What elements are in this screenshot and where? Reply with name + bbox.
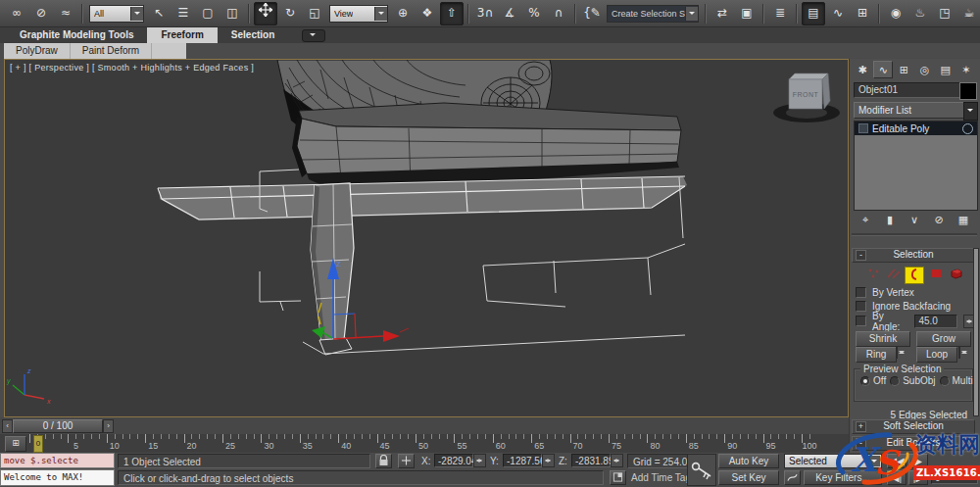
loop-button[interactable]: Loop — [916, 347, 957, 363]
select-and-manipulate-icon[interactable]: ❖ — [416, 2, 439, 25]
select-and-move-icon[interactable] — [254, 2, 277, 25]
dropdown-arrow-icon[interactable] — [685, 7, 698, 21]
schematic-view-icon[interactable]: ⊞ — [851, 2, 874, 25]
tab-motion[interactable]: ◎ — [915, 61, 935, 78]
next-frame-arrow-icon[interactable]: › — [103, 419, 114, 433]
x-coord-spinner[interactable] — [473, 454, 486, 467]
tab-freeform[interactable]: Freeform — [147, 27, 217, 43]
tab-polydraw[interactable]: PolyDraw — [4, 43, 71, 59]
modifier-list-arrow-icon[interactable] — [963, 102, 978, 121]
spinner-snap-toggle-icon[interactable]: ∩ — [547, 2, 570, 25]
align-icon[interactable]: ▣ — [735, 2, 759, 25]
window-crossing-toggle-icon[interactable]: ◫ — [220, 2, 244, 25]
make-unique-icon[interactable]: ∨ — [905, 212, 924, 228]
lightbulb-icon[interactable] — [962, 123, 973, 134]
layer-manager-icon[interactable]: ≣ — [768, 2, 792, 25]
edge-subobject-icon[interactable] — [885, 267, 903, 282]
select-and-link-icon[interactable]: ∞ — [5, 2, 28, 25]
set-key-button[interactable]: Set Key — [718, 470, 779, 485]
tab-display[interactable]: ▤ — [936, 61, 956, 78]
pin-stack-icon[interactable]: ⌖ — [856, 212, 875, 228]
loop-spinner[interactable] — [958, 346, 960, 359]
bind-to-space-warp-icon[interactable]: ≈ — [54, 2, 77, 25]
maxscript-mini-listener-macro[interactable]: move $.selecte — [0, 453, 115, 468]
x-coord-field[interactable]: -2829.048 — [434, 454, 473, 467]
object-color-swatch[interactable] — [959, 82, 977, 100]
element-subobject-icon[interactable] — [948, 267, 965, 282]
viewport-label[interactable]: [ + ] [ Perspective ] [ Smooth + Highlig… — [10, 63, 254, 73]
percent-snap-toggle-icon[interactable]: % — [522, 2, 546, 25]
tab-modify[interactable]: ∿ — [873, 61, 893, 78]
perspective-viewport[interactable]: Z FRONT x y z — [4, 59, 849, 417]
time-slider[interactable]: 0 / 100 — [13, 419, 103, 433]
toggle-ribbon-icon[interactable]: ▤ — [802, 2, 825, 25]
selection-filter-dropdown[interactable]: All — [89, 5, 144, 23]
dropdown-arrow-icon[interactable] — [374, 7, 387, 21]
add-time-tag-label[interactable]: Add Time Tag — [631, 472, 691, 483]
tab-graphite-modeling-tools[interactable]: Graphite Modeling Tools — [6, 27, 147, 43]
rectangular-selection-region-icon[interactable]: ▢ — [196, 2, 220, 25]
render-setup-icon[interactable]: ♨ — [908, 2, 932, 25]
select-and-scale-icon[interactable]: ◱ — [303, 2, 326, 25]
time-tag-icon[interactable] — [610, 470, 626, 485]
curve-editor-icon[interactable]: ∿ — [826, 2, 850, 25]
by-angle-field[interactable]: 45.0 — [914, 315, 957, 328]
previous-frame-arrow-icon[interactable]: ‹ — [2, 419, 13, 433]
tab-create[interactable]: ✱ — [853, 61, 872, 78]
angle-snap-toggle-icon[interactable]: ∡ — [498, 2, 521, 25]
modifier-list-dropdown[interactable]: Modifier List — [854, 102, 969, 119]
vertex-subobject-icon[interactable] — [865, 267, 883, 282]
by-angle-checkbox[interactable] — [856, 316, 866, 326]
unlink-selection-icon[interactable]: ⊘ — [29, 2, 53, 25]
ribbon-minimize-icon[interactable] — [302, 29, 325, 42]
viewcube[interactable]: FRONT — [773, 73, 840, 122]
select-by-name-icon[interactable]: ☰ — [172, 2, 195, 25]
viewport-canvas[interactable]: Z FRONT x y z — [5, 60, 848, 416]
show-end-result-icon[interactable]: ▮ — [880, 212, 900, 228]
by-angle-row[interactable]: By Angle: 45.0 — [856, 314, 975, 328]
use-pivot-point-center-icon[interactable]: ⊕ — [391, 2, 415, 25]
tab-selection[interactable]: Selection — [218, 27, 288, 43]
preview-option-off[interactable]: Off — [860, 375, 886, 386]
by-vertex-row[interactable]: By Vertex — [856, 286, 975, 299]
snaps-toggle-3d-icon[interactable]: 3∩ — [473, 2, 497, 25]
modifier-stack-item-editable-poly[interactable]: Editable Poly — [855, 122, 977, 135]
select-and-rotate-icon[interactable]: ↻ — [278, 2, 302, 25]
keyboard-shortcut-override-icon[interactable]: ⇧ — [440, 2, 464, 25]
modifier-stack[interactable]: Editable Poly — [854, 121, 978, 211]
selection-lock-icon[interactable] — [375, 454, 392, 468]
edit-named-selection-sets-icon[interactable]: {✎ — [580, 2, 604, 25]
by-vertex-checkbox[interactable] — [856, 287, 866, 298]
absolute-offset-mode-icon[interactable] — [398, 454, 415, 468]
tab-paint-deform[interactable]: Paint Deform — [71, 43, 152, 59]
material-editor-icon[interactable]: ◉ — [884, 2, 907, 25]
rendered-frame-window-icon[interactable]: ◳ — [933, 2, 956, 25]
set-keys-button[interactable] — [687, 454, 716, 486]
y-coord-spinner[interactable] — [542, 454, 555, 467]
select-object-icon[interactable]: ↖ — [147, 2, 171, 25]
object-name-field[interactable]: Object01 — [854, 82, 961, 98]
named-selection-sets-dropdown[interactable]: Create Selection Se — [607, 5, 699, 23]
ring-button[interactable]: Ring — [856, 347, 897, 363]
z-coord-spinner[interactable] — [611, 454, 623, 467]
ignore-backfacing-checkbox[interactable] — [856, 301, 866, 312]
preview-option-multi[interactable]: Multi — [940, 375, 973, 386]
auto-key-button[interactable]: Auto Key — [718, 454, 779, 468]
configure-modifier-sets-icon[interactable]: ▦ — [954, 212, 973, 228]
z-coord-field[interactable]: -2831.899 — [571, 454, 611, 467]
subobject-level-icon[interactable] — [858, 123, 868, 133]
panel-scrollbar[interactable] — [973, 248, 979, 416]
tab-hierarchy[interactable]: ⊞ — [894, 61, 913, 78]
border-subobject-icon[interactable] — [905, 267, 924, 284]
reference-coordinate-system-dropdown[interactable]: View — [329, 5, 388, 23]
polygon-subobject-icon[interactable] — [928, 267, 946, 282]
y-coord-field[interactable]: -1287.562 — [503, 454, 542, 467]
grow-button[interactable]: Grow — [916, 331, 971, 347]
rollout-selection-header[interactable]: - Selection — [852, 248, 975, 263]
current-frame-marker[interactable]: 0 — [33, 435, 43, 453]
mini-curve-editor-button[interactable]: ⊞ — [5, 436, 26, 452]
maxscript-mini-listener-output[interactable]: Welcome to MAX! — [0, 469, 115, 486]
shrink-button[interactable]: Shrink — [856, 331, 910, 347]
preview-option-subobj[interactable]: SubObj — [890, 375, 935, 386]
collapse-icon[interactable]: - — [856, 250, 866, 261]
